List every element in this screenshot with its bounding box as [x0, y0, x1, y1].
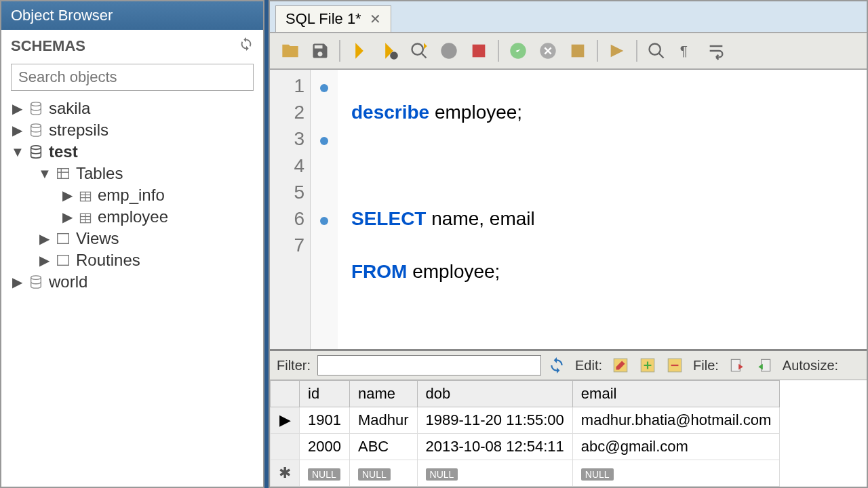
folder-label: Tables: [76, 164, 123, 183]
svg-rect-23: [572, 45, 585, 58]
database-icon: [28, 123, 43, 138]
code-text: name, email: [426, 208, 534, 229]
cell-id[interactable]: 1901: [300, 407, 350, 434]
expand-icon[interactable]: ▶: [61, 209, 73, 225]
marker-dot-icon: [320, 84, 328, 92]
expand-icon[interactable]: ▶: [11, 274, 23, 290]
database-icon: [28, 101, 43, 116]
export-button[interactable]: [726, 354, 749, 377]
expand-icon[interactable]: ▶: [61, 187, 73, 203]
null-badge: NULL: [308, 468, 340, 481]
database-icon: [28, 144, 43, 159]
find-button[interactable]: [643, 37, 670, 64]
schema-label: test: [49, 142, 78, 161]
cell-name[interactable]: ABC: [349, 434, 417, 460]
row-marker: [271, 434, 300, 460]
svg-point-18: [412, 44, 423, 55]
marker-dot-icon: [320, 137, 328, 145]
statement-markers: [311, 70, 338, 349]
schema-strepsils[interactable]: ▶ strepsils: [11, 119, 263, 141]
cell-email[interactable]: abc@gmail.com: [572, 434, 779, 460]
stop-execute-button[interactable]: [465, 37, 492, 64]
code-area[interactable]: describe employee; SELECT name, email FR…: [338, 70, 867, 349]
col-email[interactable]: email: [572, 381, 779, 407]
table-icon: [79, 210, 92, 224]
results-toolbar: Filter: Edit: File: Autosize:: [270, 351, 867, 380]
edit-label: Edit:: [572, 358, 605, 373]
svg-text:¶: ¶: [680, 43, 688, 58]
edit-row-button[interactable]: [609, 354, 632, 377]
table-label: employee: [98, 207, 168, 226]
collapse-icon[interactable]: ▼: [11, 144, 23, 160]
refresh-results-button[interactable]: [545, 354, 568, 377]
cell-null[interactable]: NULL: [300, 460, 350, 487]
svg-rect-14: [58, 234, 69, 244]
expand-icon[interactable]: ▶: [38, 230, 50, 247]
data-row[interactable]: ▶ 1901 Madhur 1989-11-20 11:55:00 madhur…: [271, 407, 780, 434]
commit-button[interactable]: [505, 37, 532, 64]
open-file-button[interactable]: [277, 37, 304, 64]
folder-label: Views: [76, 229, 119, 248]
cell-name[interactable]: Madhur: [349, 407, 417, 434]
execute-button[interactable]: [346, 37, 373, 64]
cell-null[interactable]: NULL: [349, 460, 417, 487]
beautify-button[interactable]: [604, 37, 631, 64]
col-id[interactable]: id: [300, 381, 350, 407]
filter-input[interactable]: [317, 355, 541, 375]
rollback-button[interactable]: [534, 37, 561, 64]
tables-icon: [56, 166, 71, 181]
stop-button[interactable]: [435, 37, 462, 64]
cell-id[interactable]: 2000: [300, 434, 350, 460]
results-grid[interactable]: id name dob email ▶ 1901 Madhur 1989-11-…: [270, 380, 867, 487]
search-objects-input[interactable]: [11, 64, 254, 91]
add-row-button[interactable]: [636, 354, 659, 377]
sql-editor[interactable]: 1234567 describe employee; SELECT name, …: [270, 70, 867, 349]
explain-button[interactable]: [406, 37, 433, 64]
schema-test[interactable]: ▼ test: [11, 141, 263, 163]
svg-point-0: [31, 102, 41, 106]
col-dob[interactable]: dob: [417, 381, 572, 407]
cell-email[interactable]: madhur.bhatia@hotmail.com: [572, 407, 779, 434]
table-emp-info[interactable]: ▶ emp_info: [11, 184, 263, 206]
routines-folder[interactable]: ▶ Routines: [11, 249, 263, 271]
tab-sql-file-1[interactable]: SQL File 1* ✕: [275, 5, 391, 32]
save-file-button[interactable]: [307, 37, 334, 64]
null-badge: NULL: [358, 468, 391, 481]
new-row-marker: ✱: [271, 460, 300, 487]
expand-icon[interactable]: ▶: [11, 100, 23, 117]
execute-current-button[interactable]: [376, 37, 403, 64]
expand-icon[interactable]: ▶: [11, 122, 23, 138]
row-marker-header: [271, 381, 300, 407]
panel-title: Object Browser: [1, 1, 263, 30]
schema-sakila[interactable]: ▶ sakila: [11, 98, 263, 119]
schema-world[interactable]: ▶ world: [11, 271, 263, 293]
database-icon: [28, 274, 43, 289]
wrap-button[interactable]: [703, 37, 730, 64]
table-employee[interactable]: ▶ employee: [11, 206, 263, 228]
autocommit-button[interactable]: [564, 37, 591, 64]
invisible-chars-button[interactable]: ¶: [673, 37, 700, 64]
svg-point-17: [390, 52, 398, 60]
cell-null[interactable]: NULL: [572, 460, 779, 487]
refresh-schemas-icon[interactable]: [239, 37, 254, 56]
col-name[interactable]: name: [349, 381, 417, 407]
import-button[interactable]: [753, 354, 776, 377]
cell-dob[interactable]: 2013-10-08 12:54:11: [417, 434, 572, 460]
current-row-marker: ▶: [271, 407, 300, 434]
schema-tree: ▶ sakila ▶ strepsils ▼ test ▼ Tables ▶ e…: [1, 95, 263, 293]
collapse-icon[interactable]: ▼: [38, 166, 50, 182]
routines-icon: [56, 253, 71, 268]
new-row[interactable]: ✱ NULL NULL NULL NULL: [271, 460, 780, 487]
close-tab-icon[interactable]: ✕: [370, 11, 381, 27]
editor-panel: SQL File 1* ✕ ¶ 1234567: [269, 0, 868, 488]
svg-rect-15: [58, 256, 69, 266]
tables-folder[interactable]: ▼ Tables: [11, 163, 263, 184]
delete-row-button[interactable]: [663, 354, 686, 377]
cell-dob[interactable]: 1989-11-20 11:55:00: [417, 407, 572, 434]
views-folder[interactable]: ▶ Views: [11, 228, 263, 249]
data-row[interactable]: 2000 ABC 2013-10-08 12:54:11 abc@gmail.c…: [271, 434, 780, 460]
expand-icon[interactable]: ▶: [38, 252, 50, 268]
svg-point-2: [31, 146, 41, 150]
object-browser-panel: Object Browser SCHEMAS ▶ sakila ▶ streps…: [0, 0, 264, 488]
cell-null[interactable]: NULL: [417, 460, 572, 487]
